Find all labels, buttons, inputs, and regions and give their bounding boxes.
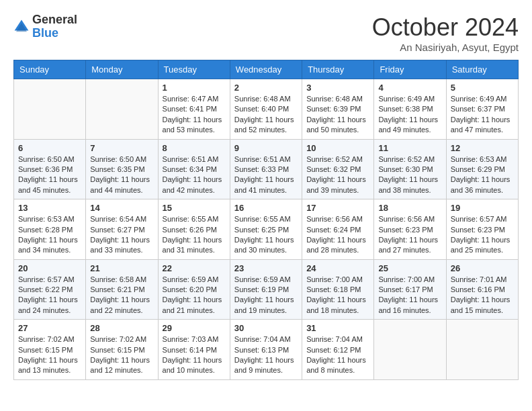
day-number: 25: [378, 263, 441, 273]
day-info: Sunrise: 6:55 AMSunset: 6:25 PMDaylight:…: [234, 214, 298, 256]
calendar-day-cell: 3Sunrise: 6:48 AMSunset: 6:39 PMDaylight…: [302, 79, 374, 140]
calendar-day-cell: 6Sunrise: 6:50 AMSunset: 6:36 PMDaylight…: [14, 139, 86, 199]
logo-icon: [13, 19, 30, 35]
day-info: Sunrise: 6:48 AMSunset: 6:40 PMDaylight:…: [234, 94, 298, 136]
day-number: 17: [306, 203, 369, 213]
day-number: 31: [306, 323, 369, 333]
calendar-day-cell: 23Sunrise: 6:59 AMSunset: 6:19 PMDayligh…: [230, 259, 302, 320]
calendar-day-cell: 24Sunrise: 7:00 AMSunset: 6:18 PMDayligh…: [302, 259, 374, 320]
day-info: Sunrise: 7:03 AMSunset: 6:14 PMDaylight:…: [163, 334, 226, 376]
day-info: Sunrise: 7:02 AMSunset: 6:15 PMDaylight:…: [18, 334, 81, 376]
logo-blue: Blue: [32, 27, 77, 40]
calendar-day-cell: 7Sunrise: 6:50 AMSunset: 6:35 PMDaylight…: [86, 139, 158, 199]
day-number: 20: [18, 263, 81, 273]
calendar-day-cell: 21Sunrise: 6:58 AMSunset: 6:21 PMDayligh…: [86, 259, 158, 320]
day-number: 28: [90, 323, 153, 333]
day-number: 12: [451, 143, 514, 153]
day-number: 21: [90, 263, 153, 273]
day-number: 29: [163, 323, 226, 333]
weekday-header-thursday: Thursday: [302, 60, 374, 79]
calendar-day-cell: 22Sunrise: 6:59 AMSunset: 6:20 PMDayligh…: [158, 259, 230, 320]
calendar-day-cell: 25Sunrise: 7:00 AMSunset: 6:17 PMDayligh…: [374, 259, 446, 320]
weekday-header-tuesday: Tuesday: [158, 60, 230, 79]
day-info: Sunrise: 6:57 AMSunset: 6:23 PMDaylight:…: [451, 214, 514, 256]
calendar-day-cell: 2Sunrise: 6:48 AMSunset: 6:40 PMDaylight…: [230, 79, 302, 140]
day-info: Sunrise: 7:00 AMSunset: 6:18 PMDaylight:…: [306, 275, 369, 316]
day-info: Sunrise: 6:57 AMSunset: 6:22 PMDaylight:…: [18, 275, 81, 316]
calendar-day-cell: [374, 320, 446, 380]
day-info: Sunrise: 6:51 AMSunset: 6:33 PMDaylight:…: [234, 154, 298, 196]
calendar-day-cell: 4Sunrise: 6:49 AMSunset: 6:38 PMDaylight…: [374, 79, 446, 140]
day-number: 5: [451, 83, 514, 93]
title-block: October 2024 An Nasiriyah, Asyut, Egypt: [372, 13, 519, 53]
calendar-day-cell: [86, 79, 158, 140]
calendar-day-cell: 29Sunrise: 7:03 AMSunset: 6:14 PMDayligh…: [158, 320, 230, 380]
logo: General Blue: [13, 13, 77, 40]
day-info: Sunrise: 6:48 AMSunset: 6:39 PMDaylight:…: [306, 94, 369, 136]
day-number: 22: [163, 263, 226, 273]
calendar-day-cell: 15Sunrise: 6:55 AMSunset: 6:26 PMDayligh…: [158, 199, 230, 260]
day-number: 8: [163, 143, 226, 153]
calendar-week-2: 6Sunrise: 6:50 AMSunset: 6:36 PMDaylight…: [14, 139, 519, 199]
day-number: 10: [306, 143, 369, 153]
day-info: Sunrise: 6:52 AMSunset: 6:32 PMDaylight:…: [306, 154, 369, 196]
weekday-header-friday: Friday: [374, 60, 446, 79]
calendar-table: SundayMondayTuesdayWednesdayThursdayFrid…: [13, 60, 519, 380]
calendar-day-cell: 28Sunrise: 7:02 AMSunset: 6:15 PMDayligh…: [86, 320, 158, 380]
calendar-day-cell: 14Sunrise: 6:54 AMSunset: 6:27 PMDayligh…: [86, 199, 158, 260]
day-number: 9: [234, 143, 298, 153]
calendar-week-1: 1Sunrise: 6:47 AMSunset: 6:41 PMDaylight…: [14, 79, 519, 140]
day-info: Sunrise: 6:59 AMSunset: 6:20 PMDaylight:…: [163, 275, 226, 316]
day-info: Sunrise: 6:53 AMSunset: 6:29 PMDaylight:…: [451, 154, 514, 196]
day-number: 15: [163, 203, 226, 213]
day-number: 30: [234, 323, 298, 333]
calendar-day-cell: 18Sunrise: 6:56 AMSunset: 6:23 PMDayligh…: [374, 199, 446, 260]
day-info: Sunrise: 7:04 AMSunset: 6:12 PMDaylight:…: [306, 334, 369, 376]
day-number: 27: [18, 323, 81, 333]
day-info: Sunrise: 6:56 AMSunset: 6:24 PMDaylight:…: [306, 214, 369, 256]
calendar-day-cell: 26Sunrise: 7:01 AMSunset: 6:16 PMDayligh…: [446, 259, 518, 320]
calendar-day-cell: 17Sunrise: 6:56 AMSunset: 6:24 PMDayligh…: [302, 199, 374, 260]
calendar-day-cell: [14, 79, 86, 140]
calendar-day-cell: [446, 320, 518, 380]
calendar-week-3: 13Sunrise: 6:53 AMSunset: 6:28 PMDayligh…: [14, 199, 519, 260]
day-number: 14: [90, 203, 153, 213]
day-number: 7: [90, 143, 153, 153]
calendar-day-cell: 30Sunrise: 7:04 AMSunset: 6:13 PMDayligh…: [230, 320, 302, 380]
weekday-header-sunday: Sunday: [14, 60, 86, 79]
day-info: Sunrise: 6:54 AMSunset: 6:27 PMDaylight:…: [90, 214, 153, 256]
day-info: Sunrise: 6:58 AMSunset: 6:21 PMDaylight:…: [90, 275, 153, 316]
calendar-day-cell: 19Sunrise: 6:57 AMSunset: 6:23 PMDayligh…: [446, 199, 518, 260]
day-info: Sunrise: 6:49 AMSunset: 6:38 PMDaylight:…: [378, 94, 441, 136]
day-number: 3: [306, 83, 369, 93]
day-number: 13: [18, 203, 81, 213]
day-number: 4: [378, 83, 441, 93]
day-info: Sunrise: 6:55 AMSunset: 6:26 PMDaylight:…: [163, 214, 226, 256]
calendar-day-cell: 27Sunrise: 7:02 AMSunset: 6:15 PMDayligh…: [14, 320, 86, 380]
day-number: 6: [18, 143, 81, 153]
weekday-header-wednesday: Wednesday: [230, 60, 302, 79]
day-number: 11: [378, 143, 441, 153]
weekday-header-row: SundayMondayTuesdayWednesdayThursdayFrid…: [14, 60, 519, 79]
weekday-header-monday: Monday: [86, 60, 158, 79]
calendar-day-cell: 13Sunrise: 6:53 AMSunset: 6:28 PMDayligh…: [14, 199, 86, 260]
day-number: 23: [234, 263, 298, 273]
month-title: October 2024: [372, 13, 519, 42]
day-number: 26: [451, 263, 514, 273]
day-info: Sunrise: 6:50 AMSunset: 6:35 PMDaylight:…: [90, 154, 153, 196]
day-number: 24: [306, 263, 369, 273]
day-info: Sunrise: 6:56 AMSunset: 6:23 PMDaylight:…: [378, 214, 441, 256]
day-info: Sunrise: 7:02 AMSunset: 6:15 PMDaylight:…: [90, 334, 153, 376]
day-info: Sunrise: 7:04 AMSunset: 6:13 PMDaylight:…: [234, 334, 298, 376]
calendar-day-cell: 10Sunrise: 6:52 AMSunset: 6:32 PMDayligh…: [302, 139, 374, 199]
day-info: Sunrise: 6:50 AMSunset: 6:36 PMDaylight:…: [18, 154, 81, 196]
day-info: Sunrise: 6:51 AMSunset: 6:34 PMDaylight:…: [163, 154, 226, 196]
calendar-day-cell: 12Sunrise: 6:53 AMSunset: 6:29 PMDayligh…: [446, 139, 518, 199]
day-info: Sunrise: 6:53 AMSunset: 6:28 PMDaylight:…: [18, 214, 81, 256]
calendar-day-cell: 11Sunrise: 6:52 AMSunset: 6:30 PMDayligh…: [374, 139, 446, 199]
calendar-day-cell: 8Sunrise: 6:51 AMSunset: 6:34 PMDaylight…: [158, 139, 230, 199]
calendar-day-cell: 9Sunrise: 6:51 AMSunset: 6:33 PMDaylight…: [230, 139, 302, 199]
day-info: Sunrise: 6:49 AMSunset: 6:37 PMDaylight:…: [451, 94, 514, 136]
day-number: 18: [378, 203, 441, 213]
day-number: 19: [451, 203, 514, 213]
